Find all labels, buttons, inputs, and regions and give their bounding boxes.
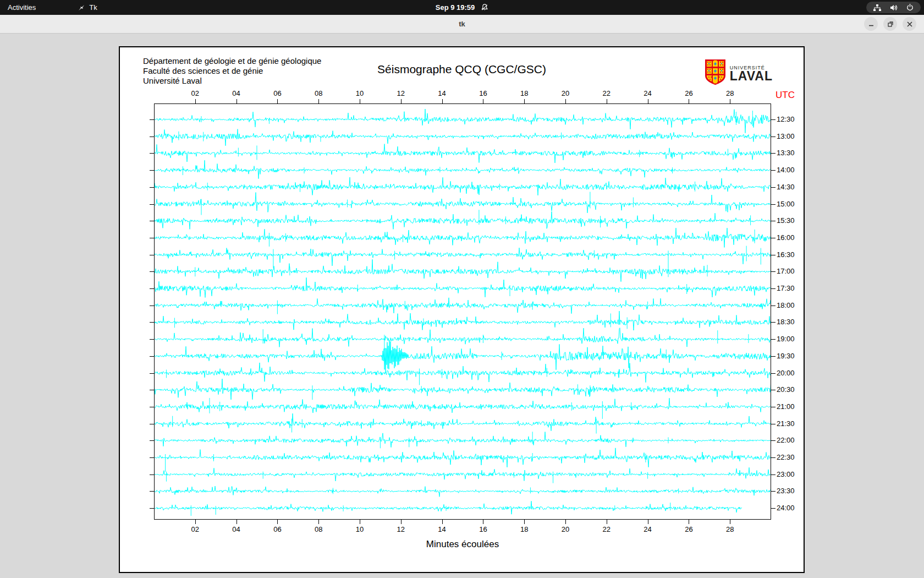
x-tick-bottom <box>318 520 319 524</box>
time-label: 15:00 <box>777 200 795 208</box>
time-label: 23:00 <box>777 470 795 478</box>
y-tick-left <box>150 491 154 492</box>
y-tick-left <box>150 457 154 458</box>
logo-text-laval: LAVAL <box>730 70 773 81</box>
x-tick-label-bottom: 10 <box>356 525 364 533</box>
app-menu-label: Tk <box>89 3 97 12</box>
x-tick-label-bottom: 14 <box>438 525 446 533</box>
time-label: 19:00 <box>777 335 795 343</box>
y-tick-left <box>150 221 154 221</box>
x-tick-label-bottom: 08 <box>315 525 322 533</box>
x-tick-label-top: 18 <box>520 89 528 97</box>
x-tick-bottom <box>607 520 607 524</box>
time-label: 22:30 <box>777 453 795 461</box>
y-tick-right <box>771 457 776 458</box>
power-icon <box>906 3 914 12</box>
time-label: 20:30 <box>777 385 795 394</box>
x-tick-top <box>360 99 360 103</box>
maximize-button[interactable] <box>883 17 897 31</box>
x-tick-bottom <box>689 520 689 524</box>
app-menu-tk[interactable]: Tk <box>70 0 105 15</box>
y-tick-right <box>771 390 776 390</box>
utc-axis-label: UTC <box>776 90 795 101</box>
window-body: Département de géologie et de génie géol… <box>0 34 924 578</box>
x-tick-label-bottom: 26 <box>685 525 692 533</box>
clock-text: Sep 9 19:59 <box>436 3 475 12</box>
clock-button[interactable]: Sep 9 19:59 <box>436 0 489 15</box>
time-label: 16:00 <box>777 233 795 242</box>
y-tick-left <box>150 440 154 441</box>
y-tick-right <box>771 508 776 509</box>
y-tick-right <box>771 153 776 154</box>
x-tick-top <box>607 99 607 103</box>
y-tick-left <box>150 373 154 374</box>
y-tick-left <box>150 238 154 238</box>
x-tick-bottom <box>648 520 648 524</box>
y-tick-left <box>150 475 154 475</box>
time-label: 13:00 <box>777 132 795 140</box>
network-wired-icon <box>873 4 882 12</box>
y-tick-left <box>150 288 154 289</box>
x-tick-label-top: 14 <box>438 89 446 97</box>
close-button[interactable] <box>903 17 916 31</box>
laval-shield-icon <box>705 59 725 87</box>
y-tick-left <box>150 204 154 205</box>
time-label: 21:00 <box>777 402 795 411</box>
plot-frame <box>154 103 771 520</box>
x-tick-label-top: 08 <box>315 89 322 97</box>
x-tick-top <box>277 99 278 103</box>
x-tick-bottom <box>442 520 443 524</box>
x-tick-top <box>648 99 648 103</box>
y-tick-right <box>771 288 776 289</box>
x-tick-label-bottom: 04 <box>232 525 240 533</box>
y-tick-right <box>771 424 776 424</box>
x-tick-top <box>524 99 525 103</box>
system-tray[interactable] <box>866 2 921 13</box>
x-tick-label-bottom: 12 <box>397 525 405 533</box>
time-label: 23:30 <box>777 487 795 495</box>
y-tick-right <box>771 407 776 407</box>
y-tick-left <box>150 153 154 154</box>
y-tick-right <box>771 440 776 441</box>
y-tick-right <box>771 373 776 374</box>
x-tick-label-bottom: 28 <box>726 525 734 533</box>
x-tick-bottom <box>237 520 237 524</box>
y-tick-right <box>771 475 776 475</box>
time-label: 17:30 <box>777 284 795 292</box>
activities-button[interactable]: Activities <box>0 0 43 15</box>
seismograph-figure: Département de géologie et de génie géol… <box>119 46 805 573</box>
gnome-top-bar: Activities Tk Sep 9 19:59 <box>0 0 924 15</box>
time-label: 17:00 <box>777 267 795 275</box>
x-tick-bottom <box>401 520 402 524</box>
x-tick-top <box>442 99 443 103</box>
y-tick-left <box>150 170 154 171</box>
minimize-button[interactable] <box>864 17 878 31</box>
time-label: 20:00 <box>777 369 795 377</box>
x-tick-label-bottom: 18 <box>520 525 528 533</box>
time-label: 14:00 <box>777 166 795 174</box>
x-tick-label-top: 04 <box>232 89 240 97</box>
x-tick-label-top: 24 <box>644 89 651 97</box>
y-tick-right <box>771 187 776 188</box>
x-tick-top <box>195 99 196 103</box>
time-label: 18:30 <box>777 318 795 326</box>
window-titlebar[interactable]: tk <box>0 15 924 34</box>
time-label: 22:00 <box>777 436 795 444</box>
x-tick-top <box>689 99 689 103</box>
y-tick-right <box>771 238 776 238</box>
y-tick-left <box>150 255 154 255</box>
window-title: tk <box>0 15 924 33</box>
time-label: 16:30 <box>777 250 795 259</box>
y-tick-right <box>771 221 776 221</box>
x-tick-bottom <box>524 520 525 524</box>
time-label: 19:30 <box>777 352 795 360</box>
x-tick-bottom <box>277 520 278 524</box>
time-label: 21:30 <box>777 419 795 428</box>
y-tick-right <box>771 137 776 137</box>
y-tick-right <box>771 271 776 272</box>
time-label: 15:30 <box>777 216 795 225</box>
x-axis-label: Minutes écoulées <box>154 539 771 550</box>
y-tick-left <box>150 356 154 357</box>
tk-icon <box>78 4 85 12</box>
time-label: 18:00 <box>777 301 795 309</box>
